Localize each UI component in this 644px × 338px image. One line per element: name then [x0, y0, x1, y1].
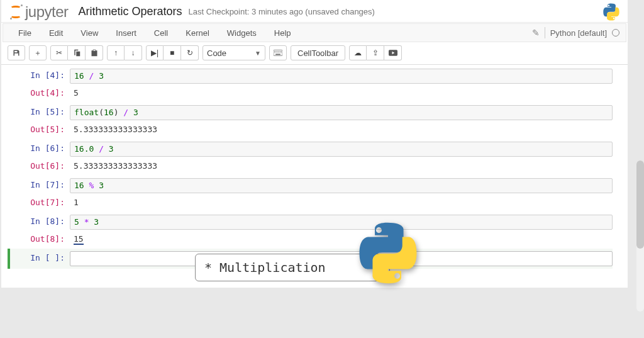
code-cell[interactable]: In [4]:16 / 3Out[4]:5: [16, 66, 613, 103]
notebook-area[interactable]: In [4]:16 / 3Out[4]:5In [5]:float(16) / …: [1, 65, 628, 288]
notebook-title[interactable]: Arithmetic Operators: [79, 5, 182, 18]
output-text: 5: [70, 86, 613, 100]
cut-button[interactable]: ✂: [50, 45, 68, 60]
jupyter-logo[interactable]: jupyter: [9, 3, 69, 21]
code-cell[interactable]: In [5]:float(16) / 3Out[5]:5.33333333333…: [16, 103, 613, 139]
plus-icon: ＋: [34, 48, 42, 59]
restart-icon: ↻: [187, 48, 193, 57]
menu-widgets[interactable]: Widgets: [218, 26, 265, 40]
code-input[interactable]: 16 % 3: [70, 178, 613, 193]
command-palette-button[interactable]: [269, 45, 287, 60]
arrow-down-icon: ↓: [131, 48, 135, 57]
code-input[interactable]: 5 * 3: [70, 215, 613, 230]
scrollbar[interactable]: [636, 161, 644, 312]
input-prompt: In [8]:: [16, 215, 70, 228]
output-prompt: Out[8]:: [16, 232, 70, 246]
python-logo-icon: [602, 3, 620, 21]
save-icon: [13, 49, 20, 57]
upload-button[interactable]: ⇪: [367, 45, 384, 60]
chevron-down-icon: ▼: [255, 50, 261, 57]
menu-view[interactable]: View: [72, 26, 107, 40]
code-input[interactable]: 16.0 / 3: [70, 142, 613, 157]
svg-rect-3: [277, 52, 278, 53]
toolbar: ＋ ✂ ↑ ↓ ▶| ■ ↻ Code ▼: [1, 43, 628, 65]
input-prompt: In [6]:: [16, 142, 70, 155]
cloud-button[interactable]: ☁: [349, 45, 367, 60]
jupyter-mark-icon: [9, 4, 23, 20]
code-cell[interactable]: In [7]:16 % 3Out[7]:1: [16, 176, 613, 212]
output-text: 15: [70, 232, 613, 246]
kernel-status-icon: [612, 29, 619, 37]
copy-icon: [73, 49, 80, 57]
svg-rect-1: [275, 54, 280, 55]
pencil-icon[interactable]: ✎: [532, 28, 540, 38]
output-prompt: Out[6]:: [16, 159, 70, 173]
jupyter-app: jupyter Arithmetic Operators Last Checkp…: [1, 0, 628, 288]
add-cell-button[interactable]: ＋: [29, 45, 47, 60]
scissors-icon: ✂: [56, 48, 62, 57]
save-button[interactable]: [8, 45, 25, 60]
svg-rect-5: [280, 52, 282, 53]
paste-button[interactable]: [86, 45, 103, 60]
cell-type-select[interactable]: Code ▼: [203, 45, 265, 60]
upload-icon: ⇪: [372, 48, 379, 57]
output-text: 1: [70, 196, 613, 210]
scrollbar-thumb[interactable]: [636, 161, 644, 249]
copy-button[interactable]: [68, 45, 86, 60]
input-prompt: In [5]:: [16, 105, 70, 119]
menu-file[interactable]: File: [9, 26, 40, 40]
python-overlay-icon: [357, 222, 419, 286]
menu-help[interactable]: Help: [265, 26, 300, 40]
kernel-name[interactable]: Python [default]: [550, 28, 607, 38]
code-input[interactable]: 16 / 3: [70, 69, 613, 84]
svg-rect-2: [275, 52, 276, 53]
paste-icon: [91, 49, 98, 57]
video-icon: [389, 50, 397, 56]
step-forward-icon: ▶|: [151, 48, 158, 57]
code-cell[interactable]: In [6]:16.0 / 3Out[6]:5.333333333333333: [16, 139, 613, 176]
celltoolbar-label: CellToolbar: [297, 48, 338, 58]
code-cell[interactable]: In [8]:5 * 3Out[8]:15: [16, 212, 613, 249]
move-up-button[interactable]: ↑: [107, 45, 125, 60]
cells-container: In [4]:16 / 3Out[4]:5In [5]:float(16) / …: [16, 66, 613, 249]
overlay-text: * Multiplication: [204, 260, 326, 275]
arrow-up-icon: ↑: [114, 48, 118, 57]
output-prompt: Out[7]:: [16, 196, 70, 210]
cloud-icon: ☁: [354, 48, 362, 57]
run-button[interactable]: ▶|: [146, 45, 164, 60]
header-bar: jupyter Arithmetic Operators Last Checkp…: [1, 0, 628, 23]
menubar: File Edit View Insert Cell Kernel Widget…: [3, 23, 626, 42]
move-down-button[interactable]: ↓: [125, 45, 142, 60]
menubar-divider: [545, 27, 545, 38]
output-text: 5.333333333333333: [70, 159, 613, 173]
stop-icon: ■: [170, 48, 174, 57]
menu-cell[interactable]: Cell: [145, 26, 177, 40]
menu-insert[interactable]: Insert: [107, 26, 145, 40]
cell-type-value: Code: [207, 48, 226, 58]
checkpoint-status: Last Checkpoint: 3 minutes ago (unsaved …: [189, 7, 375, 16]
input-prompt: In [4]:: [16, 69, 70, 82]
output-prompt: Out[5]:: [16, 123, 70, 137]
svg-rect-0: [274, 50, 282, 55]
menu-edit[interactable]: Edit: [40, 26, 72, 40]
svg-rect-4: [279, 52, 280, 53]
video-button[interactable]: [384, 45, 402, 60]
code-input[interactable]: float(16) / 3: [70, 105, 613, 120]
output-text: 5.333333333333333: [70, 123, 613, 137]
output-prompt: Out[4]:: [16, 86, 70, 100]
celltoolbar-button[interactable]: CellToolbar: [291, 45, 345, 60]
restart-button[interactable]: ↻: [181, 45, 199, 60]
jupyter-wordmark: jupyter: [25, 3, 69, 21]
menu-kernel[interactable]: Kernel: [177, 26, 218, 40]
input-prompt: In [ ]:: [16, 251, 70, 265]
keyboard-icon: [274, 50, 282, 56]
input-prompt: In [7]:: [16, 178, 70, 192]
stop-button[interactable]: ■: [164, 45, 181, 60]
